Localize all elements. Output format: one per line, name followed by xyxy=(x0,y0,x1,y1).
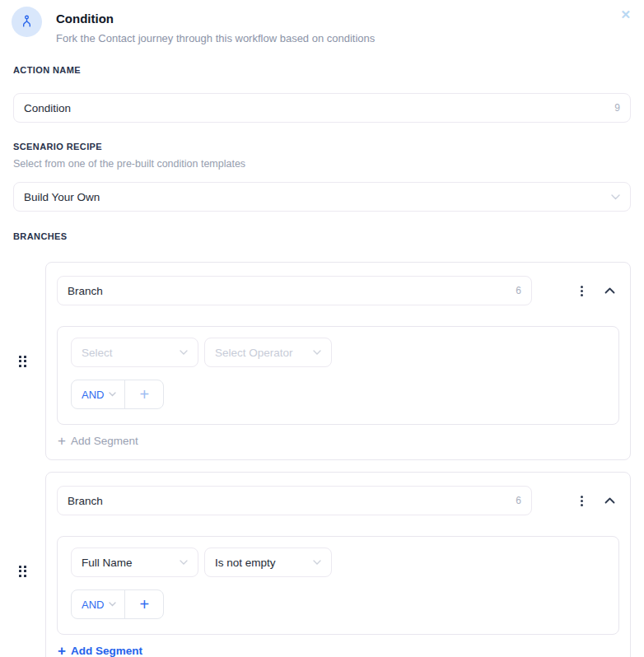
action-name-label: ACTION NAME xyxy=(13,65,631,75)
chevron-down-icon xyxy=(180,350,188,355)
logic-operator-select[interactable]: AND xyxy=(72,590,125,618)
field-select-value: Full Name xyxy=(82,557,133,569)
plus-icon: + xyxy=(140,595,150,614)
branch-name-field[interactable] xyxy=(68,495,509,507)
condition-row: Select Select Operator xyxy=(71,338,605,367)
branch-name-field[interactable] xyxy=(68,285,509,297)
logic-group: AND + xyxy=(71,380,164,409)
branch-menu-button[interactable] xyxy=(572,281,591,301)
chevron-up-icon xyxy=(604,497,615,504)
action-name-section: ACTION NAME 9 xyxy=(13,65,631,123)
action-name-input[interactable]: 9 xyxy=(13,93,631,123)
chevron-down-icon xyxy=(180,560,188,565)
scenario-recipe-select[interactable]: Build Your Own xyxy=(13,182,631,212)
scenario-recipe-section: SCENARIO RECIPE Select from one of the p… xyxy=(13,142,631,212)
scenario-recipe-value: Build Your Own xyxy=(24,191,100,203)
branch-card: 6 Select Select Operator xyxy=(45,262,631,460)
add-condition-button[interactable]: + xyxy=(125,380,163,408)
operator-select-value: Is not empty xyxy=(215,557,276,569)
add-segment-button[interactable]: + Add Segment xyxy=(57,434,138,448)
branches-section: BRANCHES 6 xyxy=(13,231,631,657)
branch-row: 6 Full Name Is not empty xyxy=(13,472,631,657)
plus-icon: + xyxy=(58,434,66,448)
chevron-down-icon xyxy=(109,602,116,607)
operator-select[interactable]: Select Operator xyxy=(204,338,332,367)
drag-handle-icon[interactable] xyxy=(17,564,28,579)
branch-collapse-button[interactable] xyxy=(600,491,619,510)
chevron-up-icon xyxy=(604,287,615,294)
action-name-field[interactable] xyxy=(24,102,608,114)
condition-row: Full Name Is not empty xyxy=(71,548,605,577)
logic-row: AND + xyxy=(71,589,605,619)
action-name-char-count: 9 xyxy=(614,102,620,114)
field-select[interactable]: Full Name xyxy=(71,548,198,577)
chevron-down-icon xyxy=(313,560,321,565)
scenario-recipe-helper: Select from one of the pre-built conditi… xyxy=(13,158,631,170)
panel-header: Condition Fork the Contact journey throu… xyxy=(0,0,644,44)
page-title: Condition xyxy=(56,12,375,26)
segment-box: Full Name Is not empty AND xyxy=(57,536,619,635)
logic-row: AND + xyxy=(71,380,605,409)
condition-form: ACTION NAME 9 SCENARIO RECIPE Select fro… xyxy=(0,65,644,657)
logic-operator-value: AND xyxy=(82,389,104,401)
scenario-recipe-label: SCENARIO RECIPE xyxy=(13,142,631,151)
add-segment-label: Add Segment xyxy=(71,645,142,657)
branch-name-input[interactable]: 6 xyxy=(57,276,532,305)
branch-header: 6 xyxy=(57,276,619,305)
branch-header: 6 xyxy=(57,486,619,515)
branch-drag-column xyxy=(13,354,45,369)
branch-collapse-button[interactable] xyxy=(600,281,619,301)
condition-fork-icon xyxy=(12,7,42,37)
field-select[interactable]: Select xyxy=(71,338,198,367)
branch-name-input[interactable]: 6 xyxy=(57,486,532,515)
branch-card: 6 Full Name Is not empty xyxy=(45,472,631,657)
field-select-value: Select xyxy=(82,347,113,359)
add-condition-button[interactable]: + xyxy=(125,590,163,618)
plus-icon: + xyxy=(58,644,66,657)
add-segment-label: Add Segment xyxy=(71,435,138,447)
chevron-down-icon xyxy=(611,194,620,200)
plus-icon: + xyxy=(140,385,150,404)
branch-menu-button[interactable] xyxy=(572,491,591,510)
close-icon: ✕ xyxy=(620,7,631,21)
branch-drag-column xyxy=(13,564,45,579)
branch-row: 6 Select Select Operator xyxy=(13,262,631,460)
branch-name-char-count: 6 xyxy=(516,495,521,506)
branch-name-char-count: 6 xyxy=(516,285,521,296)
logic-operator-select[interactable]: AND xyxy=(72,380,125,408)
close-button[interactable]: ✕ xyxy=(618,7,632,22)
segment-box: Select Select Operator AND xyxy=(57,326,619,425)
chevron-down-icon xyxy=(109,392,116,397)
page-subtitle: Fork the Contact journey through this wo… xyxy=(56,32,375,44)
chevron-down-icon xyxy=(313,350,321,355)
operator-select[interactable]: Is not empty xyxy=(204,548,332,577)
branches-label: BRANCHES xyxy=(13,231,631,241)
drag-handle-icon[interactable] xyxy=(17,354,28,369)
logic-operator-value: AND xyxy=(82,599,104,611)
operator-select-value: Select Operator xyxy=(215,347,293,359)
logic-group: AND + xyxy=(71,589,164,619)
add-segment-button[interactable]: + Add Segment xyxy=(57,644,142,657)
